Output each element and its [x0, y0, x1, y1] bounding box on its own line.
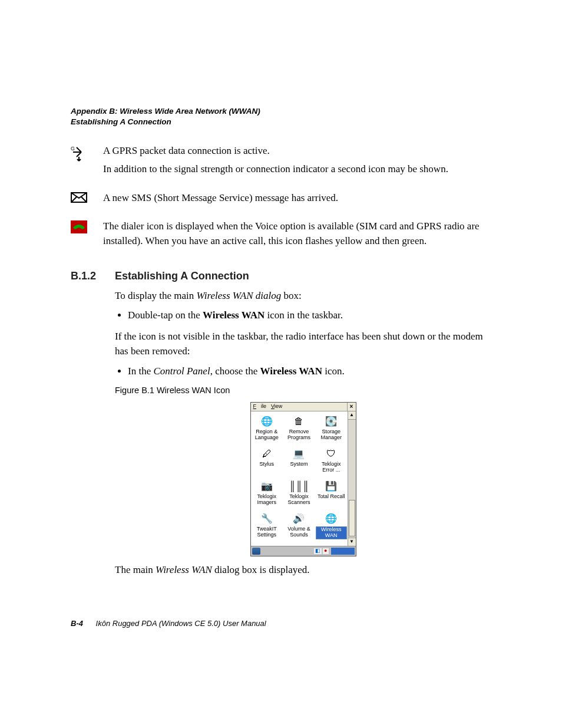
menubar[interactable]: File View × — [251, 403, 356, 411]
closing-text: The main Wireless WAN dialog box is disp… — [115, 562, 491, 578]
taskbar[interactable]: ◧ ● — [251, 546, 356, 556]
scroll-thumb[interactable] — [349, 500, 355, 536]
cp-item-label: Teklogix Imagers — [252, 494, 283, 506]
cp-item-label: Wireless WAN — [316, 526, 347, 539]
scroll-up-icon[interactable]: ▲ — [348, 411, 356, 420]
cp-item-label: Storage Manager — [316, 429, 347, 441]
system-icon: 💻 — [292, 447, 305, 460]
cp-item-remove-programs[interactable]: 🗑Remove Programs — [283, 413, 315, 445]
sms-icon — [71, 192, 87, 205]
cp-item-teklogix-scanners[interactable]: ║║║Teklogix Scanners — [283, 477, 315, 510]
menu-view[interactable]: View — [269, 404, 285, 409]
cp-item-label: Teklogix Error ... — [316, 462, 347, 473]
storage-manager-icon: 💽 — [325, 415, 338, 428]
scrollbar[interactable]: ▲ ▼ — [348, 411, 356, 546]
region-language-icon: 🌐 — [260, 415, 273, 428]
cp-item-label: TweakIT Settings — [252, 526, 283, 538]
gprs-icon: G — [71, 145, 85, 164]
footer-title: Ikôn Rugged PDA (Windows CE 5.0) User Ma… — [96, 619, 266, 628]
cp-item-label: Stylus — [260, 462, 275, 467]
figure-caption: Figure B.1 Wireless WAN Icon — [115, 384, 491, 397]
cp-item-label: Volume & Sounds — [283, 526, 315, 538]
start-button[interactable] — [252, 548, 260, 555]
dialer-icon — [71, 220, 87, 236]
page-footer: B-4 Ikôn Rugged PDA (Windows CE 5.0) Use… — [71, 619, 266, 628]
cp-item-teklogix-imagers[interactable]: 📷Teklogix Imagers — [251, 477, 283, 510]
scroll-track[interactable] — [348, 420, 356, 538]
cp-item-teklogix-error-[interactable]: 🛡Teklogix Error ... — [315, 445, 348, 477]
bullet-1: Double-tap on the Wireless WAN icon in t… — [128, 308, 491, 323]
cp-item-label: Remove Programs — [283, 429, 315, 441]
wireless-wan-icon: 🌐 — [325, 512, 338, 525]
teklogix-error--icon: 🛡 — [325, 447, 338, 460]
icon-row-dialer: The dialer icon is displayed when the Vo… — [71, 219, 491, 252]
gprs-text1: A GPRS packet data connection is active. — [103, 144, 491, 159]
cp-item-stylus[interactable]: 🖊Stylus — [251, 445, 283, 477]
tray-icon[interactable]: ● — [323, 548, 328, 554]
teklogix-imagers-icon: 📷 — [260, 480, 273, 493]
page-header: Appendix B: Wireless Wide Area Network (… — [71, 106, 491, 127]
volume-sounds-icon: 🔊 — [292, 512, 305, 525]
cp-item-system[interactable]: 💻System — [283, 445, 315, 477]
close-icon[interactable]: × — [347, 403, 356, 411]
header-line2: Establishing A Connection — [71, 117, 491, 127]
system-tray[interactable]: ◧ ● — [314, 548, 328, 554]
control-panel-grid: 🌐Region & Language🗑Remove Programs💽Stora… — [251, 411, 348, 546]
scroll-down-icon[interactable]: ▼ — [348, 538, 356, 546]
cp-item-total-recall[interactable]: 💾Total Recall — [315, 477, 348, 510]
cp-item-label: System — [290, 462, 308, 467]
control-panel-window[interactable]: File View × 🌐Region & Language🗑Remove Pr… — [250, 402, 356, 556]
icon-row-sms: A new SMS (Short Message Service) messag… — [71, 191, 491, 209]
teklogix-scanners-icon: ║║║ — [292, 480, 305, 493]
stylus-icon: 🖊 — [260, 447, 273, 460]
cp-item-wireless-wan[interactable]: 🌐Wireless WAN — [315, 510, 348, 542]
section-title: Establishing A Connection — [115, 270, 249, 282]
header-line1: Appendix B: Wireless Wide Area Network (… — [71, 106, 491, 117]
cp-item-region-language[interactable]: 🌐Region & Language — [251, 413, 283, 445]
total-recall-icon: 💾 — [325, 480, 338, 493]
cp-item-label: Region & Language — [252, 429, 283, 441]
remove-programs-icon: 🗑 — [292, 415, 305, 428]
intro-text: To display the main Wireless WAN dialog … — [115, 288, 491, 304]
dialer-text: The dialer icon is displayed when the Vo… — [103, 219, 491, 248]
icon-row-gprs: G A GPRS packet data connection is activ… — [71, 144, 491, 180]
cp-item-label: Teklogix Scanners — [283, 494, 315, 506]
taskbar-right[interactable] — [331, 548, 355, 555]
tweakit-settings-icon: 🔧 — [260, 512, 273, 525]
tray-icon[interactable]: ◧ — [314, 548, 322, 554]
section-heading: B.1.2 Establishing A Connection — [71, 270, 491, 282]
p2: If the icon is not visible in the taskba… — [115, 329, 491, 359]
gprs-text2: In addition to the signal strength or co… — [103, 162, 491, 177]
menu-file[interactable]: File — [251, 404, 269, 409]
bullet-2: In the Control Panel, choose the Wireles… — [128, 364, 491, 379]
svg-text:G: G — [71, 146, 75, 151]
sms-text: A new SMS (Short Message Service) messag… — [103, 191, 491, 206]
section-number: B.1.2 — [71, 270, 115, 282]
cp-item-storage-manager[interactable]: 💽Storage Manager — [315, 413, 348, 445]
cp-item-label: Total Recall — [318, 494, 345, 500]
cp-item-volume-sounds[interactable]: 🔊Volume & Sounds — [283, 510, 315, 542]
page-number: B-4 — [71, 619, 83, 628]
cp-item-tweakit-settings[interactable]: 🔧TweakIT Settings — [251, 510, 283, 542]
